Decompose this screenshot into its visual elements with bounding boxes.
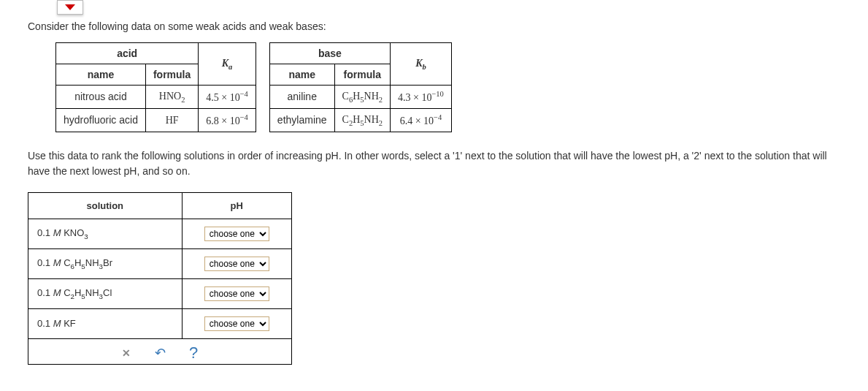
acid-formula: HNO2: [145, 86, 198, 109]
base-group-header: base: [269, 43, 390, 64]
ph-cell: choose one: [182, 248, 291, 278]
table-row: 0.1 M KNO3 choose one: [28, 219, 292, 248]
acid-name-header: name: [56, 64, 146, 86]
table-row: nitrous acid HNO2 4.5 × 10−4: [56, 86, 256, 109]
rank-select[interactable]: choose one: [204, 257, 269, 271]
instructions-text: Use this data to rank the following solu…: [28, 148, 840, 179]
acid-group-header: acid: [56, 43, 199, 64]
base-formula: C2H5NH2: [334, 108, 390, 132]
table-row: ethylamine C2H5NH2 6.4 × 10−4: [269, 108, 451, 132]
acid-k: 4.5 × 10−4: [199, 86, 256, 109]
table-row: aniline C6H5NH2 4.3 × 10−10: [269, 86, 451, 109]
acid-formula-header: formula: [145, 64, 198, 86]
acid-k: 6.8 × 10−4: [199, 108, 256, 132]
chevron-down-icon: [65, 4, 75, 10]
solution-label: 0.1 M C6H5NH3Br: [28, 248, 183, 278]
base-formula-header: formula: [334, 64, 390, 86]
base-name-header: name: [269, 64, 334, 86]
table-row: 0.1 M KF choose one: [28, 308, 292, 338]
ph-header: pH: [182, 192, 291, 219]
ph-cell: choose one: [182, 308, 291, 338]
solution-table: solution pH 0.1 M KNO3 choose one 0.1 M …: [28, 192, 292, 365]
help-button[interactable]: [185, 345, 201, 361]
acid-name: hydrofluoric acid: [56, 108, 146, 132]
table-row: 0.1 M C2H5NH3Cl choose one: [28, 278, 292, 308]
table-row: 0.1 M C6H5NH3Br choose one: [28, 248, 292, 278]
acid-table: acid Ka name formula nitrous acid HNO2 4…: [55, 42, 256, 132]
intro-text: Consider the following data on some weak…: [28, 20, 840, 32]
rank-select[interactable]: choose one: [204, 286, 269, 301]
acid-formula: HF: [145, 108, 198, 132]
solution-label: 0.1 M C2H5NH3Cl: [28, 278, 183, 308]
ph-cell: choose one: [182, 278, 291, 308]
action-row: [28, 338, 292, 364]
ph-cell: choose one: [182, 219, 291, 248]
acid-name: nitrous acid: [56, 86, 146, 109]
base-name: aniline: [269, 86, 334, 109]
base-formula: C6H5NH2: [334, 86, 390, 109]
expand-toggle[interactable]: [57, 0, 83, 15]
base-k-header: Kb: [391, 43, 452, 86]
undo-button[interactable]: [152, 345, 168, 361]
acid-k-header: Ka: [199, 43, 256, 86]
solution-label: 0.1 M KF: [28, 308, 183, 338]
rank-select[interactable]: choose one: [204, 227, 269, 241]
base-k: 6.4 × 10−4: [391, 108, 452, 132]
base-table: base Kb name formula aniline C6H5NH2 4.3…: [269, 42, 452, 132]
solution-label: 0.1 M KNO3: [28, 219, 183, 248]
solution-header: solution: [28, 192, 183, 219]
rank-select[interactable]: choose one: [204, 316, 269, 331]
clear-button[interactable]: [118, 345, 134, 361]
table-row: hydrofluoric acid HF 6.8 × 10−4: [56, 108, 256, 132]
base-k: 4.3 × 10−10: [391, 86, 452, 109]
base-name: ethylamine: [269, 108, 334, 132]
data-tables: acid Ka name formula nitrous acid HNO2 4…: [55, 42, 840, 132]
